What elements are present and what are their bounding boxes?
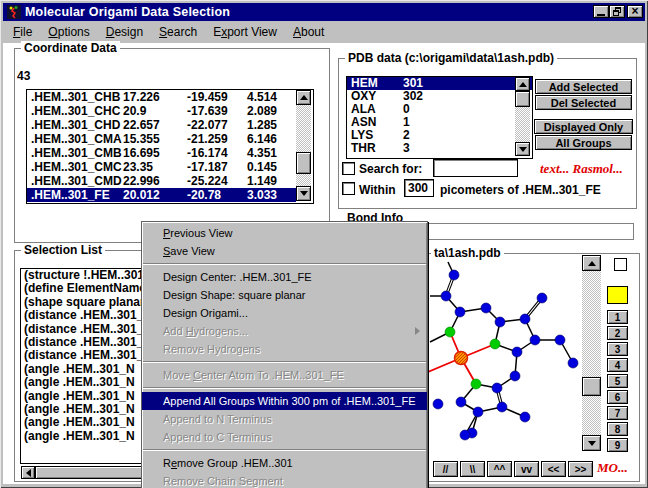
menu-item-remove-hydrogens: Remove Hydrogens — [142, 340, 427, 358]
pdb-scroll-thumb[interactable] — [515, 91, 530, 107]
coordinate-row[interactable]: .HEM..301_CHD22.657-22.0771.285 — [27, 118, 296, 132]
palette-button-9[interactable]: 9 — [607, 438, 628, 452]
displayed-only-button[interactable]: Displayed Only — [534, 119, 633, 134]
menubar-item-export-view[interactable]: Export View — [205, 21, 285, 43]
menubar-item-file[interactable]: File — [5, 21, 40, 43]
view-nav-button-1[interactable]: \\ — [460, 461, 485, 477]
all-groups-button[interactable]: All Groups — [535, 135, 632, 150]
coordinate-count: 43 — [17, 69, 30, 83]
coordinate-cell: -17.187 — [187, 160, 228, 174]
window-title: Molecular Origami Data Selection — [25, 5, 230, 19]
within-suffix: picometers of .HEM..301_FE — [440, 183, 601, 197]
restore-button[interactable] — [609, 5, 625, 18]
menu-item-append-all-groups-within-300-pm-of-hem-301-fe[interactable]: Append All Groups Within 300 pm of .HEM.… — [142, 392, 427, 410]
display-scroll-up[interactable] — [582, 255, 601, 271]
coordinate-cell: 3.033 — [247, 188, 277, 202]
palette-button-7[interactable]: 7 — [607, 406, 628, 420]
title-bar[interactable]: Molecular Origami Data Selection × — [3, 3, 645, 21]
display-scrollbar[interactable] — [582, 255, 601, 451]
palette-button-4[interactable]: 4 — [607, 358, 628, 372]
palette-buttons: 123456789 — [607, 310, 628, 454]
menu-item-append-to-c-terminus: Append to C Terminus — [142, 428, 427, 446]
minimize-icon — [597, 14, 605, 16]
coordinate-cell: .HEM..301_CHD — [31, 118, 120, 132]
display-checkbox[interactable] — [614, 258, 627, 271]
selection-scroll-left[interactable] — [21, 466, 35, 479]
coordinate-row[interactable]: .HEM..301_CMA15.355-21.2596.146 — [27, 132, 296, 146]
pdb-scrollbar[interactable] — [515, 77, 530, 156]
pdb-data-title: PDB data (c:\origami\data\1ash.pdb) — [345, 51, 557, 65]
coordinate-cell: .HEM..301_CHB — [31, 90, 120, 104]
coordinate-row[interactable]: .HEM..301_CHB17.226-19.4594.514 — [27, 90, 296, 104]
menu-item-save-view[interactable]: Save View — [142, 242, 427, 260]
coordinate-cell: -21.259 — [187, 132, 228, 146]
menubar-item-about[interactable]: About — [285, 21, 332, 43]
menubar-item-options[interactable]: Options — [40, 21, 97, 43]
menu-item-design-origami[interactable]: Design Origami... — [142, 304, 427, 322]
menu-item-design-center-hem-301-fe[interactable]: Design Center: .HEM..301_FE — [142, 268, 427, 286]
coordinate-scroll-thumb[interactable] — [296, 152, 311, 174]
pdb-cell: 3 — [403, 142, 410, 155]
coordinate-cell: .HEM..301_CMB — [31, 146, 122, 160]
coordinate-scrollbar[interactable] — [296, 90, 311, 201]
coordinate-cell: .HEM..301_CHC — [31, 104, 120, 118]
coordinate-row[interactable]: .HEM..301_CMD22.996-25.2241.149 — [27, 174, 296, 188]
coordinate-cell: 2.089 — [247, 104, 277, 118]
add-selected-button[interactable]: Add Selected — [535, 79, 632, 94]
del-selected-button[interactable]: Del Selected — [535, 95, 632, 110]
palette-button-8[interactable]: 8 — [607, 422, 628, 436]
view-nav-button-2[interactable]: ^^ — [487, 461, 512, 477]
menubar-item-search[interactable]: Search — [151, 21, 205, 43]
within-checkbox[interactable] — [342, 182, 355, 195]
coordinate-cell: -19.459 — [187, 90, 228, 104]
within-input[interactable]: 300 — [404, 179, 434, 197]
menu-item-remove-group-hem-301[interactable]: Remove Group .HEM..301 — [142, 454, 427, 472]
view-nav-button-0[interactable]: // — [433, 461, 458, 477]
view-nav-button-4[interactable]: << — [541, 461, 566, 477]
pdb-row[interactable]: THR3 — [347, 142, 532, 155]
menu-item-move-center-atom-to-hem-301-fe: Move Center Atom To .HEM..301_FE — [142, 366, 427, 384]
coordinate-cell: 6.146 — [247, 132, 277, 146]
color-swatch[interactable] — [607, 286, 628, 304]
coordinate-cell: 4.351 — [247, 146, 277, 160]
display-scroll-down[interactable] — [582, 435, 601, 451]
search-input[interactable] — [433, 159, 518, 177]
view-nav-button-3[interactable]: vv — [514, 461, 539, 477]
coordinate-cell: -25.224 — [187, 174, 228, 188]
mo-note: MO... — [597, 460, 628, 476]
palette-button-5[interactable]: 5 — [607, 374, 628, 388]
close-icon: × — [631, 4, 638, 18]
context-menu: Previous ViewSave ViewDesign Center: .HE… — [141, 221, 428, 488]
coordinate-scroll-down[interactable] — [296, 186, 311, 201]
coordinate-row[interactable]: .HEM..301_CHC20.9-17.6392.089 — [27, 104, 296, 118]
coordinate-cell: 20.012 — [123, 188, 160, 202]
menu-item-design-shape-square-planar[interactable]: Design Shape: square planar — [142, 286, 427, 304]
menubar-item-design[interactable]: Design — [98, 21, 151, 43]
menu-separator — [143, 361, 426, 363]
palette-button-6[interactable]: 6 — [607, 390, 628, 404]
coordinate-row[interactable]: .HEM..301_CMC23.35-17.1870.145 — [27, 160, 296, 174]
search-for-checkbox[interactable] — [342, 162, 355, 175]
view-nav-button-5[interactable]: >> — [568, 461, 593, 477]
menu-separator — [143, 263, 426, 265]
coordinate-row[interactable]: .HEM..301_FE20.012-20.783.033 — [27, 188, 296, 202]
pdb-row[interactable]: ASN1 — [347, 116, 532, 129]
restore-icon — [613, 7, 622, 16]
coordinate-cell: -17.639 — [187, 104, 228, 118]
display-scroll-thumb[interactable] — [582, 377, 601, 396]
menu-item-previous-view[interactable]: Previous View — [142, 224, 427, 242]
close-button[interactable]: × — [627, 5, 643, 18]
molecule-canvas[interactable] — [428, 256, 582, 458]
pdb-scroll-up[interactable] — [515, 77, 530, 91]
palette-button-3[interactable]: 3 — [607, 342, 628, 356]
view-nav-buttons: //\\^^vv<<>> — [433, 461, 593, 477]
palette-button-1[interactable]: 1 — [607, 310, 628, 324]
coordinate-scroll-up[interactable] — [296, 90, 311, 105]
palette-button-2[interactable]: 2 — [607, 326, 628, 340]
minimize-button[interactable] — [593, 5, 609, 18]
coordinate-row[interactable]: .HEM..301_CMB16.695-16.1744.351 — [27, 146, 296, 160]
coordinate-cell: .HEM..301_CMA — [31, 132, 122, 146]
pdb-listbox[interactable]: HEM301OXY302ALA0ASN1LYS2THR3 — [346, 76, 533, 159]
coordinate-listbox[interactable]: .HEM..301_CHB17.226-19.4594.514.HEM..301… — [26, 89, 314, 204]
pdb-scroll-down[interactable] — [515, 142, 530, 156]
